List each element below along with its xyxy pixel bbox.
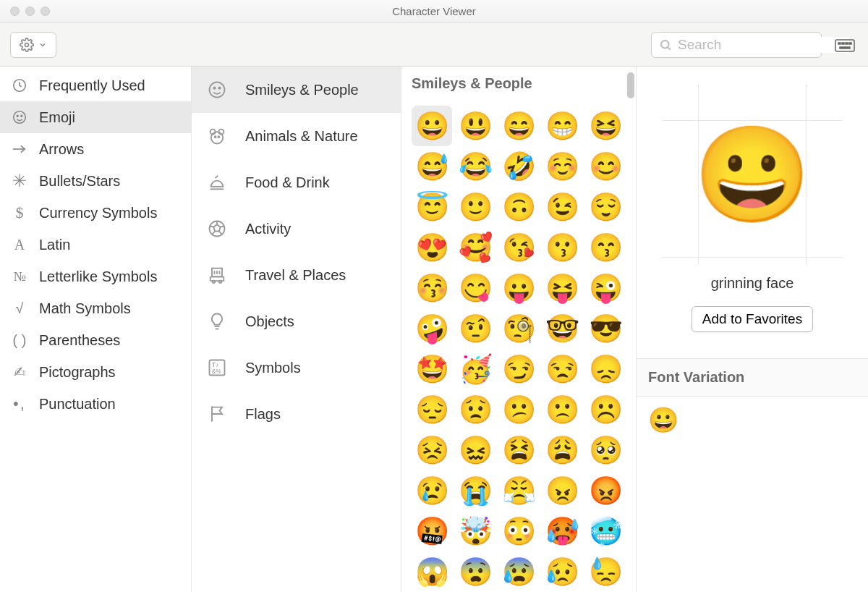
emoji-cell[interactable]: 🥶: [585, 511, 626, 551]
emoji-category-item[interactable]: Activity: [192, 206, 401, 252]
sidebar-group-item[interactable]: Emoji: [0, 101, 191, 133]
emoji-cell[interactable]: 😄: [498, 106, 539, 146]
svg-point-10: [14, 111, 26, 124]
emoji-cell[interactable]: 😳: [498, 511, 539, 551]
emoji-cell[interactable]: 😡: [585, 470, 626, 511]
emoji-category-item[interactable]: Smileys & People: [192, 67, 401, 113]
emoji-cell[interactable]: 🙁: [542, 389, 582, 430]
emoji-category-item[interactable]: Objects: [192, 298, 401, 344]
emoji-cell[interactable]: 🤬: [412, 511, 452, 551]
emoji-cell[interactable]: 🥺: [585, 430, 626, 470]
emoji-cell[interactable]: 😞: [585, 349, 626, 389]
sidebar-group-item[interactable]: ( )Parentheses: [0, 324, 191, 356]
emoji-cell[interactable]: 😒: [542, 349, 582, 389]
search-field[interactable]: [651, 32, 822, 58]
emoji-cell[interactable]: 😨: [455, 551, 495, 592]
emoji-cell[interactable]: ☹️: [585, 389, 626, 430]
emoji-cell[interactable]: 😗: [542, 227, 582, 268]
emoji-category-item[interactable]: Flags: [192, 391, 401, 437]
sidebar-group-item[interactable]: $Currency Symbols: [0, 197, 191, 229]
latin-icon: A: [10, 237, 29, 253]
emoji-cell[interactable]: 😣: [412, 430, 452, 470]
emoji-cell[interactable]: 😆: [585, 106, 626, 146]
svg-line-27: [212, 232, 215, 235]
font-variation-swatch[interactable]: 😀: [648, 406, 678, 434]
emoji-cell[interactable]: 😘: [498, 227, 539, 268]
emoji-cell[interactable]: 😊: [585, 146, 626, 187]
emoji-cell[interactable]: 😩: [542, 430, 582, 470]
emoji-cell[interactable]: 😙: [585, 227, 626, 268]
emoji-cell[interactable]: 🥵: [542, 511, 582, 551]
emoji-cell[interactable]: 😅: [412, 146, 452, 187]
settings-menu-button[interactable]: [10, 32, 56, 58]
emoji-cell[interactable]: 😓: [585, 551, 626, 592]
svg-point-14: [210, 83, 225, 98]
emoji-grid-panel: Smileys & People 😀😃😄😁😆😅😂🤣☺️😊😇🙂🙃😉😌😍🥰😘😗😙😚😋…: [401, 67, 637, 592]
emoji-cell[interactable]: 😟: [455, 389, 495, 430]
emoji-cell[interactable]: 😛: [498, 268, 539, 308]
emoji-cell[interactable]: 😖: [455, 430, 495, 470]
emoji-cell[interactable]: 😂: [455, 146, 495, 187]
emoji-cell[interactable]: 🙂: [455, 187, 495, 227]
sidebar-group-item[interactable]: ✳︎Bullets/Stars: [0, 165, 191, 197]
emoji-cell[interactable]: 😍: [412, 227, 452, 268]
emoji-cell[interactable]: 🤣: [498, 146, 539, 187]
emoji-cell[interactable]: 😜: [585, 268, 626, 308]
svg-point-12: [21, 115, 22, 117]
emoji-cell[interactable]: 😔: [412, 389, 452, 430]
keyboard-viewer-button[interactable]: [832, 35, 858, 55]
emoji-cell[interactable]: 😕: [498, 389, 539, 430]
emoji-cell[interactable]: 😁: [542, 106, 582, 146]
sidebar-group-item[interactable]: Frequently Used: [0, 69, 191, 101]
sqrt-icon: √: [10, 300, 29, 317]
emoji-cell[interactable]: 😰: [498, 551, 539, 592]
emoji-cell[interactable]: 😱: [412, 551, 452, 592]
asterisk-icon: ✳︎: [10, 171, 29, 191]
scrollbar-thumb[interactable]: [627, 72, 634, 98]
emoji-cell[interactable]: 😏: [498, 349, 539, 389]
emoji-cell[interactable]: 😝: [542, 268, 582, 308]
sidebar-group-item[interactable]: •,Punctuation: [0, 388, 191, 420]
emoji-cell[interactable]: 🤪: [412, 308, 452, 349]
emoji-cell[interactable]: 🥰: [455, 227, 495, 268]
emoji-cell[interactable]: ☺️: [542, 146, 582, 187]
emoji-category-item[interactable]: Food & Drink: [192, 159, 401, 206]
dollar-icon: $: [10, 203, 29, 222]
emoji-cell[interactable]: 😋: [455, 268, 495, 308]
emoji-cell[interactable]: 😠: [542, 470, 582, 511]
emoji-cell[interactable]: 🧐: [498, 308, 539, 349]
emoji-cell[interactable]: 😢: [412, 470, 452, 511]
svg-line-2: [668, 47, 670, 49]
emoji-cell[interactable]: 😤: [498, 470, 539, 511]
emoji-cell[interactable]: 🙃: [498, 187, 539, 227]
emoji-cell[interactable]: 😀: [412, 106, 452, 146]
emoji-cell[interactable]: 😭: [455, 470, 495, 511]
emoji-cell[interactable]: 😫: [498, 430, 539, 470]
emoji-cell[interactable]: 😚: [412, 268, 452, 308]
emoji-category-item[interactable]: Travel & Places: [192, 252, 401, 298]
emoji-grid: 😀😃😄😁😆😅😂🤣☺️😊😇🙂🙃😉😌😍🥰😘😗😙😚😋😛😝😜🤪🤨🧐🤓😎🤩🥳😏😒😞😔😟😕🙁…: [401, 100, 636, 592]
emoji-cell[interactable]: 🥳: [455, 349, 495, 389]
add-to-favorites-button[interactable]: Add to Favorites: [692, 306, 813, 332]
emoji-cell[interactable]: 🤨: [455, 308, 495, 349]
sidebar-group-item[interactable]: ALatin: [0, 229, 191, 261]
sidebar-group-item[interactable]: Arrows: [0, 133, 191, 165]
search-input[interactable]: [678, 37, 849, 53]
sidebar-group-label: Latin: [39, 237, 70, 253]
emoji-cell[interactable]: 🤩: [412, 349, 452, 389]
emoji-cell[interactable]: 😇: [412, 187, 452, 227]
emoji-cell[interactable]: 😌: [585, 187, 626, 227]
emoji-category-item[interactable]: T♪&%Symbols: [192, 344, 401, 391]
emoji-cell[interactable]: 😥: [542, 551, 582, 592]
sidebar-group-item[interactable]: ✍︎Pictographs: [0, 356, 191, 388]
emoji-category-item[interactable]: Animals & Nature: [192, 113, 401, 159]
emoji-cell[interactable]: 🤓: [542, 308, 582, 349]
emoji-cell[interactable]: 😃: [455, 106, 495, 146]
category-group-sidebar: Frequently UsedEmojiArrows✳︎Bullets/Star…: [0, 67, 192, 592]
emoji-cell[interactable]: 😉: [542, 187, 582, 227]
emoji-cell[interactable]: 🤯: [455, 511, 495, 551]
sidebar-group-item[interactable]: №Letterlike Symbols: [0, 261, 191, 292]
sidebar-group-item[interactable]: √Math Symbols: [0, 292, 191, 324]
svg-rect-5: [842, 43, 844, 44]
emoji-cell[interactable]: 😎: [585, 308, 626, 349]
